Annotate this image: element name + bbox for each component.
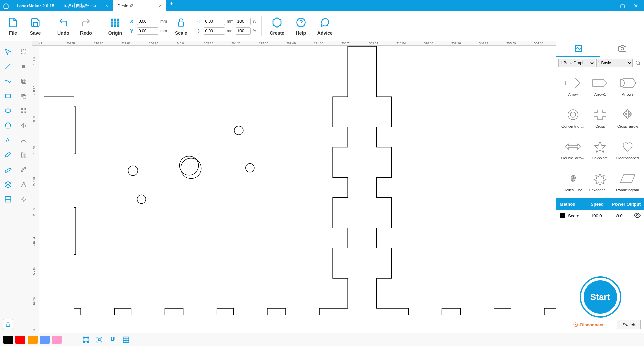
camera-tab[interactable] xyxy=(600,41,644,57)
switch-button[interactable]: Switch xyxy=(617,320,641,329)
select-tool[interactable] xyxy=(2,44,14,59)
svg-rect-52 xyxy=(83,337,85,338)
ruler-tick: 218.70 xyxy=(94,42,103,45)
undo-button[interactable]: Undo xyxy=(53,15,73,37)
line-tool[interactable] xyxy=(2,59,14,74)
ellipse-tool[interactable] xyxy=(2,103,14,118)
shape-item[interactable]: Hexagonal_... xyxy=(587,166,613,196)
document-tab-active[interactable]: Design2 × xyxy=(113,0,166,11)
minimize-icon[interactable]: — xyxy=(606,3,611,9)
shape-label: Cross_arrow xyxy=(617,124,638,128)
offset-tool[interactable] xyxy=(18,162,30,177)
close-icon[interactable]: × xyxy=(105,3,108,8)
design-canvas[interactable] xyxy=(39,46,556,333)
width-pct-input[interactable] xyxy=(236,18,251,25)
x-input[interactable] xyxy=(137,18,158,25)
origin-label: Origin xyxy=(108,30,122,36)
layer-visibility-icon[interactable] xyxy=(633,212,641,220)
redo-icon xyxy=(80,17,92,28)
polygon-tool[interactable] xyxy=(2,118,14,133)
duplicate-tool[interactable] xyxy=(18,74,30,89)
help-button[interactable]: Help xyxy=(291,15,311,37)
mirror-tool[interactable] xyxy=(18,118,30,133)
shape-item[interactable]: Heart-shaped xyxy=(614,134,641,165)
color-swatch[interactable] xyxy=(40,336,50,344)
shape-label: Heart-shaped xyxy=(616,156,639,160)
color-swatch[interactable] xyxy=(52,336,62,344)
svg-rect-33 xyxy=(24,154,26,157)
tab-label: Design2 xyxy=(117,3,133,8)
y-input[interactable] xyxy=(137,27,158,35)
select-all-button[interactable] xyxy=(80,334,91,345)
svg-rect-28 xyxy=(21,108,23,110)
layer-row[interactable]: Score 100.0 8.0 xyxy=(556,210,644,221)
snap-button[interactable] xyxy=(107,334,118,345)
ruler-tick: 300.71 xyxy=(341,42,351,45)
color-swatch[interactable] xyxy=(28,336,38,344)
width-input[interactable] xyxy=(204,18,225,25)
start-button[interactable]: Start xyxy=(581,278,620,316)
shape-label: Arrow1 xyxy=(594,92,606,96)
redo-button[interactable]: Redo xyxy=(76,15,96,37)
shape-label: Hexagonal_... xyxy=(589,188,612,192)
dimension-inputs: ⇔ mm % ⇕ mm % xyxy=(194,18,258,35)
color-swatch[interactable] xyxy=(15,336,25,344)
lock-tool[interactable] xyxy=(3,319,13,329)
shape-item[interactable]: Parallelogram xyxy=(614,166,641,196)
eraser-tool[interactable] xyxy=(2,148,14,162)
node-tool[interactable] xyxy=(18,177,30,192)
height-pct-input[interactable] xyxy=(236,27,251,35)
shape-item[interactable]: Arrow xyxy=(560,70,586,101)
shape-item[interactable]: Cross xyxy=(587,102,613,133)
burst-tool[interactable] xyxy=(18,192,30,207)
fill-tool[interactable] xyxy=(18,59,30,74)
start-area: Start Disconnect Switch xyxy=(556,274,644,333)
close-icon[interactable]: × xyxy=(159,3,162,8)
marquee-tool[interactable] xyxy=(18,44,30,59)
category-select-1[interactable]: 1.BasicGraph xyxy=(558,59,595,67)
align-tool[interactable] xyxy=(18,148,30,162)
shape-preview xyxy=(615,139,640,155)
create-button[interactable]: Create xyxy=(266,15,288,37)
file-button[interactable]: File xyxy=(3,15,23,37)
close-window-icon[interactable]: ✕ xyxy=(634,3,638,9)
grid-tool[interactable] xyxy=(2,192,14,207)
curve-tool[interactable] xyxy=(2,74,14,89)
origin-button[interactable]: Origin xyxy=(104,15,126,37)
shape-item[interactable]: Double_arrow xyxy=(560,134,586,165)
layer-speed: 100.0 xyxy=(587,213,606,218)
shapes-tab[interactable] xyxy=(556,41,600,57)
shape-item[interactable]: Helical_line xyxy=(560,166,586,196)
subtract-tool[interactable] xyxy=(18,89,30,103)
zoom-fit-button[interactable] xyxy=(94,334,105,345)
ruler-tool[interactable] xyxy=(2,162,14,177)
shape-item[interactable]: Arrow1 xyxy=(587,70,613,101)
color-swatch[interactable] xyxy=(3,336,13,344)
height-input[interactable] xyxy=(204,27,225,35)
shape-item[interactable]: Concentric_... xyxy=(560,102,586,133)
grid-toggle-button[interactable] xyxy=(121,334,131,345)
svg-line-40 xyxy=(24,200,25,201)
rectangle-tool[interactable] xyxy=(2,89,14,103)
maximize-icon[interactable]: ▢ xyxy=(620,3,625,9)
svg-point-43 xyxy=(636,61,640,65)
smooth-tool[interactable] xyxy=(18,133,30,148)
disconnect-button[interactable]: Disconnect xyxy=(560,320,617,329)
category-select-2[interactable]: 1.Basic xyxy=(596,59,633,67)
svg-rect-30 xyxy=(21,112,23,113)
shape-item[interactable]: Arrow2 xyxy=(614,70,641,101)
layers-tool[interactable] xyxy=(2,177,14,192)
scale-button[interactable]: Scale xyxy=(171,15,192,37)
shape-item[interactable]: Cross_arrow xyxy=(614,102,641,133)
home-icon[interactable] xyxy=(0,3,12,9)
advice-button[interactable]: Advice xyxy=(313,15,337,37)
shape-item[interactable]: Five-pointe... xyxy=(587,134,613,165)
new-tab-button[interactable]: + xyxy=(166,0,177,11)
text-tool[interactable]: A xyxy=(2,133,14,148)
search-icon[interactable] xyxy=(634,59,642,67)
shape-preview xyxy=(588,139,612,155)
array-tool[interactable] xyxy=(18,103,30,118)
save-button[interactable]: Save xyxy=(25,15,45,37)
ruler-tick: 264.26 xyxy=(32,297,36,307)
document-tab[interactable]: 5.设计图模板.lcp × xyxy=(59,0,113,11)
